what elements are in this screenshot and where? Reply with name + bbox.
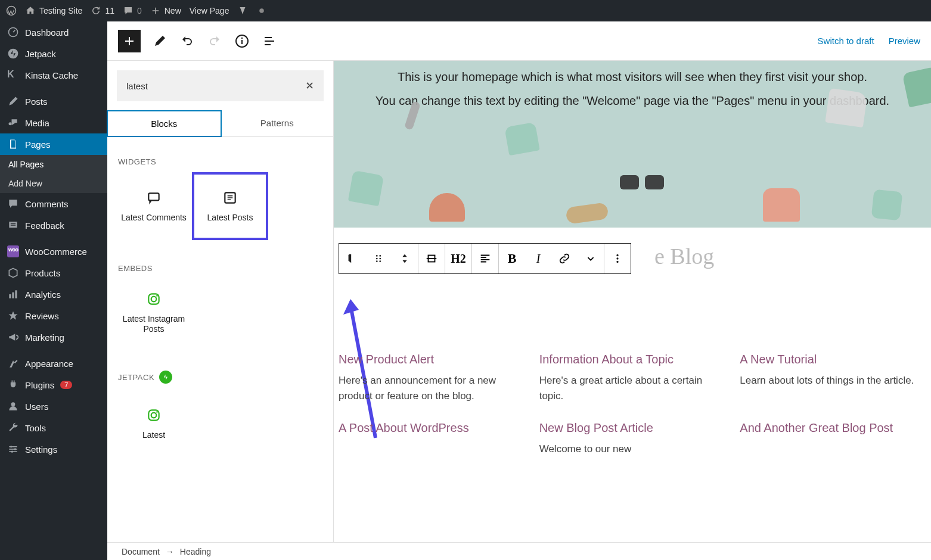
undo-button[interactable] xyxy=(179,33,195,49)
sidebar-subitem-add-new[interactable]: Add New xyxy=(0,174,107,193)
beanie-icon xyxy=(429,193,465,222)
sidebar-item-posts[interactable]: Posts xyxy=(0,91,107,112)
sidebar-item-dashboard[interactable]: Dashboard xyxy=(0,21,107,43)
switch-to-draft-link[interactable]: Switch to draft xyxy=(818,36,874,46)
clear-search-icon[interactable]: ✕ xyxy=(305,79,314,92)
sidebar-item-comments[interactable]: Comments xyxy=(0,193,107,214)
heading-placeholder[interactable]: e Blog xyxy=(654,243,714,269)
yoast-icon[interactable] xyxy=(237,5,248,16)
view-page-link[interactable]: View Page xyxy=(190,6,229,15)
post-item[interactable]: New Blog Post ArticleWelcome to our new xyxy=(539,420,726,457)
new-link[interactable]: New xyxy=(150,5,181,16)
sidebar-item-tools[interactable]: Tools xyxy=(0,417,107,438)
sidebar-subitem-all-pages[interactable]: All Pages xyxy=(0,155,107,174)
comments-link[interactable]: 0 xyxy=(123,5,142,16)
edit-icon[interactable] xyxy=(151,33,168,49)
sidebar-item-kinsta[interactable]: KKinsta Cache xyxy=(0,64,107,86)
move-up-down-icon[interactable] xyxy=(392,244,418,273)
svg-point-34 xyxy=(616,254,618,256)
hoodie-icon xyxy=(504,122,540,155)
editor-canvas[interactable]: This is your homepage which is what most… xyxy=(334,61,931,542)
block-latest-comments[interactable]: Latest Comments xyxy=(116,172,192,240)
svg-point-29 xyxy=(376,258,378,260)
svg-point-28 xyxy=(379,255,381,257)
admin-sidebar: Dashboard Jetpack KKinsta Cache Posts Me… xyxy=(0,21,107,560)
link-icon[interactable] xyxy=(551,244,578,273)
svg-point-22 xyxy=(151,297,157,302)
redo-button[interactable] xyxy=(206,33,223,49)
svg-rect-19 xyxy=(148,193,159,200)
svg-point-26 xyxy=(156,411,158,413)
hero-text-1: This is your homepage which is what most… xyxy=(358,68,907,86)
status-dot-icon xyxy=(256,5,267,16)
svg-point-35 xyxy=(616,257,618,259)
post-item[interactable]: A New TutorialLearn about lots of things… xyxy=(740,351,926,403)
category-jetpack: JETPACK xyxy=(118,371,325,384)
svg-rect-8 xyxy=(15,290,17,298)
outline-button[interactable] xyxy=(261,33,278,49)
italic-button[interactable]: I xyxy=(525,244,551,273)
category-embeds: EMBEDS xyxy=(118,264,325,273)
svg-rect-6 xyxy=(9,294,11,298)
wp-logo-icon[interactable] xyxy=(6,5,17,16)
updates-link[interactable]: 11 xyxy=(91,5,114,16)
sidebar-item-pages[interactable]: Pages xyxy=(0,133,107,155)
post-item[interactable]: A Post About WordPress xyxy=(339,420,525,457)
hoodie-icon xyxy=(763,188,800,222)
sidebar-submenu-pages: All Pages Add New xyxy=(0,155,107,193)
post-item[interactable]: New Product AlertHere's an announcement … xyxy=(339,351,525,403)
drag-handle-icon[interactable] xyxy=(365,244,392,273)
block-latest-instagram[interactable]: Latest Instagram Posts xyxy=(116,279,192,347)
sidebar-item-analytics[interactable]: Analytics xyxy=(0,284,107,305)
editor: Switch to draft Preview ✕ Blocks Pattern… xyxy=(107,21,931,560)
admin-bar: Testing Site 11 0 New View Page xyxy=(0,0,931,21)
sidebar-item-marketing[interactable]: Marketing xyxy=(0,326,107,348)
chevron-down-icon[interactable] xyxy=(578,244,604,273)
sunglasses-icon xyxy=(620,175,664,192)
sidebar-item-reviews[interactable]: Reviews xyxy=(0,305,107,326)
latest-posts-grid: New Product AlertHere's an announcement … xyxy=(339,351,926,457)
instagram-icon xyxy=(146,291,162,307)
list-icon xyxy=(222,190,238,206)
post-item[interactable]: And Another Great Blog Post xyxy=(740,420,926,457)
block-inserter-panel: ✕ Blocks Patterns WIDGETS Latest Comment… xyxy=(107,61,334,542)
post-item[interactable]: Information About a TopicHere's a great … xyxy=(539,351,726,403)
breadcrumb-document[interactable]: Document xyxy=(122,547,160,556)
plugins-update-badge: 7 xyxy=(60,381,72,389)
bold-button[interactable]: B xyxy=(499,244,525,273)
block-type-icon[interactable] xyxy=(339,244,365,273)
add-block-button[interactable] xyxy=(118,30,141,52)
heading-level-button[interactable]: H2 xyxy=(445,244,471,273)
sidebar-item-media[interactable]: Media xyxy=(0,112,107,133)
block-jetpack-latest-instagram[interactable]: Latest xyxy=(116,390,192,458)
instagram-icon xyxy=(146,407,162,423)
sidebar-item-woocommerce[interactable]: wooWooCommerce xyxy=(0,241,107,262)
svg-rect-5 xyxy=(9,222,17,228)
tab-blocks[interactable]: Blocks xyxy=(107,110,222,137)
align-icon[interactable] xyxy=(418,244,445,273)
text-align-icon[interactable] xyxy=(472,244,498,273)
breadcrumb-heading[interactable]: Heading xyxy=(180,547,211,556)
hero-text-2: You can change this text by editing the … xyxy=(358,92,907,110)
svg-point-23 xyxy=(156,295,158,297)
svg-point-13 xyxy=(10,446,12,447)
sidebar-item-feedback[interactable]: Feedback xyxy=(0,214,107,236)
svg-point-32 xyxy=(379,260,381,262)
more-options-icon[interactable] xyxy=(604,244,631,273)
sidebar-item-users[interactable]: Users xyxy=(0,396,107,417)
sidebar-item-jetpack[interactable]: Jetpack xyxy=(0,43,107,64)
hoodie-icon xyxy=(348,170,384,206)
sidebar-item-settings[interactable]: Settings xyxy=(0,438,107,460)
tab-patterns[interactable]: Patterns xyxy=(221,111,334,136)
preview-link[interactable]: Preview xyxy=(889,36,920,46)
svg-point-4 xyxy=(9,122,12,125)
sidebar-item-products[interactable]: Products xyxy=(0,262,107,284)
block-latest-posts[interactable]: Latest Posts xyxy=(192,172,268,240)
sidebar-item-appearance[interactable]: Appearance xyxy=(0,353,107,374)
block-search-input[interactable] xyxy=(126,81,305,91)
editor-breadcrumb: Document → Heading xyxy=(107,542,931,560)
inserter-tabs: Blocks Patterns xyxy=(107,111,333,137)
info-button[interactable] xyxy=(234,33,250,49)
sidebar-item-plugins[interactable]: Plugins7 xyxy=(0,374,107,396)
site-link[interactable]: Testing Site xyxy=(25,5,82,16)
